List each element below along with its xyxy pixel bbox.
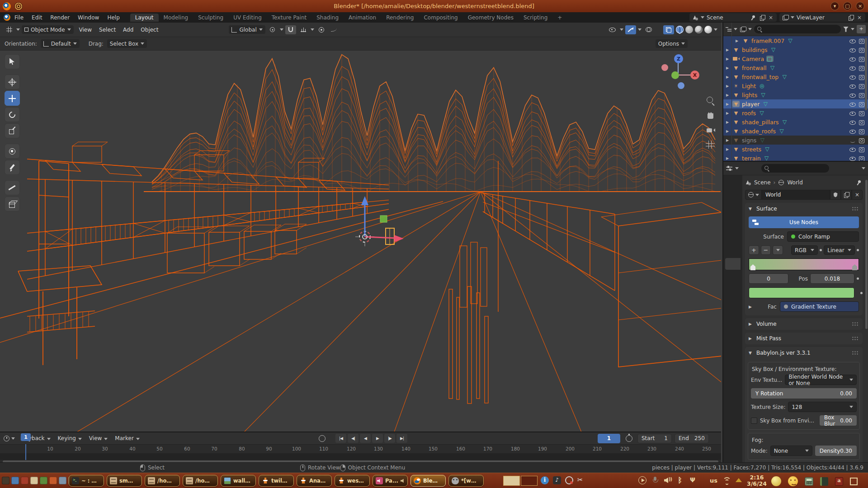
transport-button[interactable]: |◀ — [335, 434, 346, 443]
tray-item[interactable] — [565, 476, 573, 484]
properties-tab[interactable] — [725, 225, 741, 236]
transport-button[interactable]: ▶| — [396, 434, 407, 443]
ramp-stop[interactable] — [852, 264, 857, 270]
expand-arrow-icon[interactable]: ▶ — [726, 156, 730, 160]
close-icon[interactable]: × — [856, 14, 863, 21]
window-button[interactable]: weste... — [335, 475, 370, 487]
outliner-row[interactable]: ▶ shade_pillars — [723, 117, 868, 127]
workspace-tab[interactable]: Sculpting — [193, 14, 228, 22]
outliner-row[interactable]: ▶ streets — [723, 145, 868, 154]
camera-restrict-icon[interactable] — [859, 56, 865, 62]
properties-tab[interactable] — [725, 195, 741, 206]
copy-icon[interactable] — [759, 14, 765, 21]
properties-tab[interactable] — [725, 306, 741, 318]
volume-panel-header[interactable]: ▶Volume — [745, 318, 863, 330]
expand-arrow-icon[interactable]: ▶ — [726, 75, 730, 79]
window-button[interactable]: twily.i... — [259, 475, 294, 487]
expand-arrow-icon[interactable]: ▶ — [726, 120, 730, 124]
animate-dot[interactable] — [857, 277, 859, 280]
options-dropdown[interactable]: Options — [656, 39, 688, 48]
use-nodes-button[interactable]: Use Nodes — [749, 216, 859, 228]
stop-index-field[interactable]: 0 — [749, 273, 788, 284]
breadcrumb-world[interactable]: World — [787, 179, 802, 186]
camera-restrict-icon[interactable] — [859, 83, 865, 89]
tray-item[interactable] — [651, 476, 659, 484]
new-collection-button[interactable]: + — [857, 25, 866, 33]
workspace-tab[interactable]: Rendering — [381, 14, 419, 22]
outliner-row[interactable]: ▶ lights — [723, 90, 868, 99]
auto-keying-toggle[interactable] — [319, 435, 326, 442]
workspace-2[interactable] — [521, 476, 538, 486]
window-button[interactable]: smb://... — [107, 475, 142, 487]
properties-editor-icon[interactable] — [726, 166, 732, 171]
navigation-gizmo[interactable]: Z X — [658, 54, 699, 96]
menu-item[interactable]: File — [10, 14, 28, 22]
properties-tab[interactable] — [725, 180, 741, 192]
expand-arrow-icon[interactable]: ▶ — [726, 48, 730, 52]
tray-item[interactable] — [788, 476, 798, 486]
close-icon[interactable]: × — [768, 14, 774, 21]
hide-eye-icon[interactable] — [849, 137, 856, 144]
window-titlebar[interactable]: Blender* [/home/amalie/Desktop/blender/w… — [0, 0, 868, 12]
timeline-ruler[interactable]: 1020304050607080901001101201301401501601… — [0, 444, 721, 453]
neg-z-axis-ball[interactable] — [678, 82, 684, 89]
camera-restrict-icon[interactable] — [859, 74, 865, 80]
fake-user-button[interactable] — [830, 190, 841, 200]
outliner-scrollbar[interactable] — [865, 38, 867, 110]
camera-restrict-icon[interactable] — [859, 155, 865, 161]
workspace-tab[interactable]: Shading — [311, 14, 344, 22]
drag-setting-dropdown[interactable]: Select Box — [107, 39, 147, 48]
expand-arrow-icon[interactable]: ▶ — [726, 57, 730, 61]
color-ramp[interactable] — [749, 258, 859, 270]
camera-view-icon[interactable] — [706, 126, 716, 136]
color-mode-dropdown[interactable]: RGB — [791, 245, 818, 255]
x-axis-ball[interactable]: X — [690, 70, 699, 80]
animate-dot[interactable] — [860, 292, 863, 294]
properties-tab[interactable] — [725, 351, 741, 363]
workspace-tab[interactable]: Compositing — [419, 14, 462, 22]
expand-arrow-icon[interactable]: ▶ — [726, 84, 730, 88]
babylon-panel-header[interactable]: ▼Babylon.js ver 3.3.1 — [745, 347, 863, 359]
timeline-strip[interactable] — [0, 453, 721, 460]
properties-tab[interactable] — [725, 277, 741, 288]
menu-item[interactable]: Render — [46, 14, 74, 22]
camera-restrict-icon[interactable] — [859, 128, 865, 134]
falloff-button[interactable] — [329, 25, 340, 34]
ramp-stop-selected[interactable] — [750, 264, 755, 270]
outliner-row[interactable]: ▶ terrain — [723, 154, 868, 161]
pivot-point-button[interactable] — [267, 25, 278, 34]
launcher-icon[interactable] — [49, 477, 57, 484]
shading-material-button[interactable] — [695, 26, 703, 33]
outliner-row[interactable]: ▶ frameR.007 — [723, 36, 868, 45]
window-button[interactable]: /hom... — [183, 475, 218, 487]
filter-viewlayer-icon[interactable] — [740, 26, 746, 33]
outliner-row[interactable]: ▶ Light — [723, 81, 868, 90]
window-button[interactable]: wallp... — [221, 475, 256, 487]
display-mode-icon[interactable] — [726, 27, 731, 32]
camera-restrict-icon[interactable] — [859, 146, 865, 152]
timeline-menu-item[interactable]: Marker — [111, 434, 143, 442]
viewport-3d[interactable]: Z X — [0, 51, 721, 432]
camera-restrict-icon[interactable] — [859, 92, 865, 98]
timeline-editor-icon[interactable] — [4, 436, 9, 441]
interpolation-dropdown[interactable]: Linear — [824, 245, 855, 255]
tray-item[interactable] — [577, 476, 585, 484]
launcher-icon[interactable] — [11, 477, 19, 484]
drag-dots-icon[interactable] — [852, 322, 859, 326]
tray-item[interactable]: us — [702, 476, 717, 484]
outliner-row[interactable]: ▶ frontwall_top — [723, 72, 868, 81]
skybox-from-env-checkbox[interactable] — [751, 418, 757, 424]
outliner-search-input[interactable] — [754, 25, 841, 33]
tray-item[interactable] — [820, 477, 828, 486]
transport-button[interactable]: ▶ — [372, 434, 383, 443]
outliner-row[interactable]: ▶ frontwall — [723, 63, 868, 72]
expand-arrow-icon[interactable]: ▶ — [726, 129, 730, 133]
hide-eye-icon[interactable] — [849, 74, 856, 80]
hide-eye-icon[interactable] — [849, 83, 856, 89]
zoom-icon[interactable] — [706, 96, 716, 106]
window-button[interactable]: Blend... — [410, 475, 446, 487]
outliner-row[interactable]: ▶ signs — [723, 136, 868, 145]
outliner-row[interactable]: ▶ player — [723, 99, 868, 108]
hide-eye-icon[interactable] — [849, 65, 856, 71]
shading-solid-button[interactable] — [685, 26, 693, 33]
